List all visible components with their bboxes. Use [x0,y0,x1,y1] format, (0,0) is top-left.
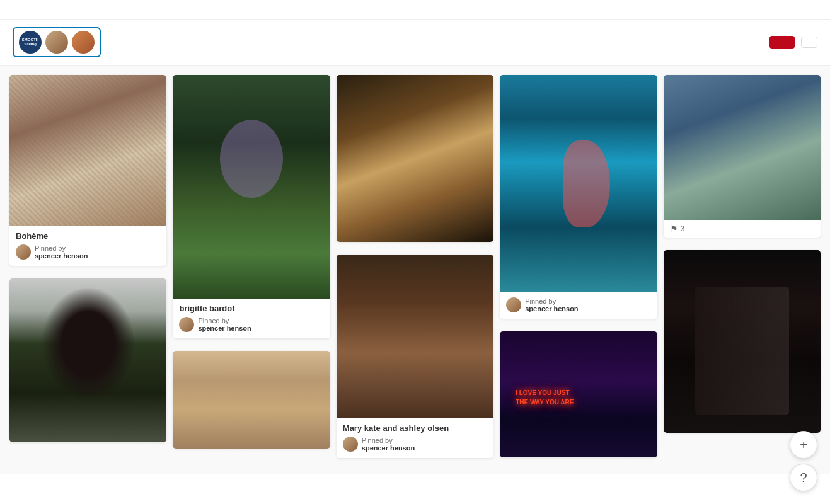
board-avatar-group[interactable]: SMOOTHSailing [13,27,101,57]
count-icon-couple: ⚑ [670,224,678,234]
pin-card-mk2[interactable]: Mary kate and ashley olsen Pinned by spe… [337,255,493,458]
board-logo-text: SMOOTHSailing [22,38,38,46]
avatar-1 [45,31,68,54]
pinner-name-underwater: spencer henson [525,305,578,312]
board-avatars-container: SMOOTHSailing [13,27,101,57]
pin-info-brigitte: brigitte bardot Pinned by spencer henson [173,299,330,338]
board-logo-avatar: SMOOTHSailing [19,31,42,54]
pinner-avatar-mk2 [343,437,358,452]
pin-image-mk1 [337,75,493,242]
pin-card-underwater[interactable]: Pinned by spencer henson [500,75,657,319]
pin-image-neon [500,331,657,457]
pinned-by-label-underwater: Pinned by [525,297,578,305]
pin-pinner-boho: Pinned by spencer henson [16,244,160,260]
pinner-name-boho: spencer henson [35,252,88,260]
pin-card-brigitte[interactable]: brigitte bardot Pinned by spencer henson [173,75,330,338]
pin-info-boho: Bohème Pinned by spencer henson [9,226,166,266]
pin-card-lana[interactable] [9,278,166,442]
pinner-name-mk2: spencer henson [362,444,415,452]
count-value-couple: 3 [681,224,685,233]
follow-board-button[interactable] [769,36,795,49]
avatar-2 [72,31,95,54]
pin-image-couple [664,75,821,220]
pin-card-darkcouple[interactable] [664,250,821,433]
pin-info-mk2: Mary kate and ashley olsen Pinned by spe… [337,418,493,458]
pin-image-brigitte [173,75,330,299]
pinner-avatar-brigitte [179,317,194,332]
pin-title-mk2: Mary kate and ashley olsen [343,423,487,433]
pin-card-neon[interactable] [500,331,657,457]
pin-image-underwater [500,75,657,292]
pin-image-boho [9,75,166,226]
board-actions [769,36,817,49]
pin-card-boho[interactable]: Bohème Pinned by spencer henson [9,75,166,266]
pin-image-darkcouple [664,250,821,433]
pin-image-mk2 [337,255,493,418]
add-float-button[interactable]: + [790,431,817,459]
page-header [0,0,830,20]
board-meta-bar: SMOOTHSailing [0,20,830,66]
pin-pinner-underwater: Pinned by spencer henson [506,297,650,312]
pin-pinner-mk2: Pinned by spencer henson [343,437,487,452]
pinner-name-brigitte: spencer henson [198,324,251,332]
pin-card-couple[interactable]: ⚑ 3 [664,75,821,238]
pinner-avatar-underwater [506,297,521,312]
pin-card-mk1[interactable] [337,75,493,242]
pin-image-bed [173,351,330,449]
pin-title-boho: Bohème [16,231,160,241]
pinned-by-label-boho: Pinned by [35,244,88,252]
pin-card-bed[interactable] [173,351,330,449]
pin-image-lana [9,278,166,442]
pin-count-badge-couple: ⚑ 3 [664,220,821,238]
help-float-button[interactable]: ? [790,464,817,474]
pin-pinner-brigitte: Pinned by spencer henson [179,317,323,332]
pinner-avatar-boho [16,244,31,260]
pin-title-brigitte: brigitte bardot [179,304,323,313]
pin-info-underwater: Pinned by spencer henson [500,292,657,319]
pinned-by-label-brigitte: Pinned by [198,317,251,324]
pins-grid: Bohème Pinned by spencer henson brigitte… [0,66,830,474]
pinned-by-label-mk2: Pinned by [362,437,415,444]
send-button[interactable] [801,37,817,48]
floating-buttons: + ? [790,431,817,474]
